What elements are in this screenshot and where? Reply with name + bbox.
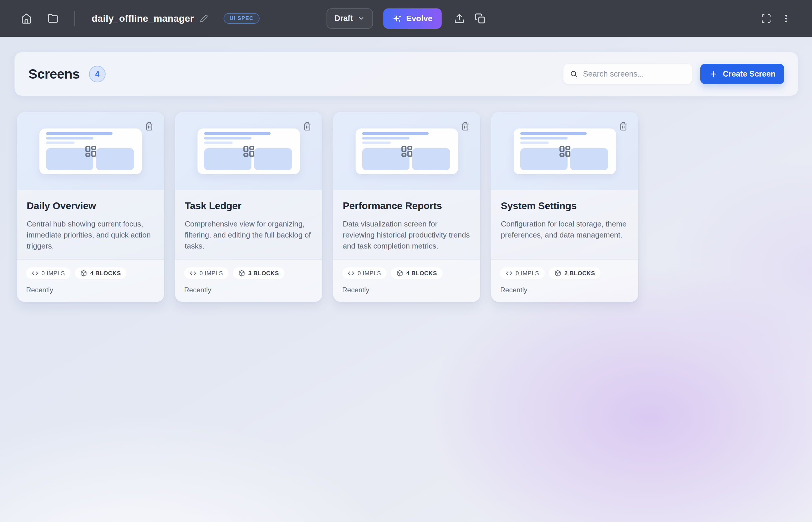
more-menu-button[interactable] — [781, 14, 791, 23]
box-icon — [238, 270, 245, 277]
plus-icon — [709, 69, 718, 78]
card-stats: 0 IMPLS 3 BLOCKS — [184, 267, 313, 279]
search-box[interactable] — [564, 64, 692, 84]
card-updated-label: Recently — [342, 286, 471, 294]
edit-title-button[interactable] — [200, 15, 208, 23]
card-description: Comprehensive view for organizing, filte… — [185, 218, 312, 252]
box-icon — [80, 270, 87, 277]
card-description: Central hub showing current focus, immed… — [27, 218, 155, 252]
blocks-badge: 4 BLOCKS — [75, 267, 126, 279]
skeleton-bar — [520, 142, 549, 144]
fullscreen-button[interactable] — [761, 13, 771, 24]
delete-screen-button[interactable] — [145, 122, 154, 131]
impls-count: 0 IMPLS — [358, 270, 381, 277]
skeleton-bar — [204, 142, 232, 144]
card-description: Data visualization screen for reviewing … — [343, 218, 471, 252]
card-body: System Settings Configuration for local … — [491, 190, 638, 260]
card-stats: 0 IMPLS 2 BLOCKS — [500, 267, 629, 279]
impls-badge: 0 IMPLS — [184, 267, 228, 279]
folder-button[interactable] — [47, 13, 59, 24]
pencil-icon — [200, 15, 208, 23]
code-icon — [348, 270, 354, 277]
card-updated-label: Recently — [184, 286, 313, 294]
box-icon — [397, 270, 403, 277]
duplicate-button[interactable] — [475, 13, 485, 24]
screens-heading-group: Screens 4 — [28, 66, 105, 82]
impls-count: 0 IMPLS — [200, 270, 223, 277]
skeleton-bar — [204, 132, 270, 135]
skeleton-bar — [362, 137, 409, 140]
screens-page: daily_offline_manager UI SPEC Draft Evol… — [0, 0, 812, 522]
card-stats: 0 IMPLS 4 BLOCKS — [26, 267, 155, 279]
screen-card-system-settings[interactable]: System Settings Configuration for local … — [491, 112, 638, 302]
topbar-center: Draft Evolve — [327, 8, 485, 29]
blocks-count: 4 BLOCKS — [406, 270, 437, 277]
screen-card-performance-reports[interactable]: Performance Reports Data visualization s… — [333, 112, 480, 302]
layout-dashboard-icon — [559, 145, 571, 158]
card-footer: 0 IMPLS 4 BLOCKS Recently — [17, 260, 164, 302]
blocks-badge: 2 BLOCKS — [549, 267, 601, 279]
code-icon — [32, 270, 38, 277]
draft-label: Draft — [334, 14, 353, 23]
card-thumbnail — [175, 112, 322, 190]
thumbnail-preview — [513, 128, 616, 174]
skeleton-block — [254, 148, 292, 170]
project-title: daily_offline_manager — [92, 13, 194, 24]
ui-spec-badge: UI SPEC — [224, 13, 260, 24]
impls-count: 0 IMPLS — [515, 270, 539, 277]
blocks-count: 3 BLOCKS — [248, 270, 279, 277]
chevron-down-icon — [358, 15, 365, 22]
delete-screen-button[interactable] — [619, 122, 628, 131]
skeleton-bar — [46, 137, 94, 140]
fullscreen-icon — [761, 13, 771, 24]
card-title: Task Ledger — [185, 200, 312, 212]
card-stats: 0 IMPLS 4 BLOCKS — [342, 267, 471, 279]
create-screen-button[interactable]: Create Screen — [701, 64, 784, 84]
card-title: System Settings — [501, 200, 629, 212]
screen-card-task-ledger[interactable]: Task Ledger Comprehensive view for organ… — [175, 112, 322, 302]
card-thumbnail — [17, 112, 164, 190]
kebab-menu-icon — [781, 14, 791, 23]
topbar-divider — [74, 11, 75, 26]
topbar-left: daily_offline_manager UI SPEC — [21, 11, 260, 26]
home-button[interactable] — [21, 13, 32, 24]
trash-icon — [145, 122, 154, 131]
blocks-badge: 4 BLOCKS — [391, 267, 443, 279]
screens-count-badge: 4 — [89, 66, 105, 82]
skeleton-block — [570, 148, 608, 170]
screen-card-daily-overview[interactable]: Daily Overview Central hub showing curre… — [17, 112, 164, 302]
evolve-label: Evolve — [406, 14, 432, 23]
thumbnail-preview — [39, 128, 142, 174]
trash-icon — [303, 122, 312, 131]
delete-screen-button[interactable] — [303, 122, 312, 131]
trash-icon — [619, 122, 628, 131]
card-updated-label: Recently — [26, 286, 155, 294]
card-updated-label: Recently — [500, 286, 629, 294]
impls-badge: 0 IMPLS — [500, 267, 545, 279]
draft-status-dropdown[interactable]: Draft — [327, 8, 373, 29]
skeleton-bar — [362, 142, 391, 144]
evolve-button[interactable]: Evolve — [383, 8, 442, 29]
skeleton-block — [412, 148, 450, 170]
sparkles-icon — [393, 14, 402, 23]
upload-icon — [454, 13, 465, 24]
blocks-count: 4 BLOCKS — [90, 270, 121, 277]
skeleton-bar — [204, 137, 251, 140]
card-title: Performance Reports — [343, 200, 471, 212]
card-body: Daily Overview Central hub showing curre… — [17, 190, 164, 260]
skeleton-bar — [46, 142, 75, 144]
create-screen-label: Create Screen — [723, 69, 775, 79]
card-body: Performance Reports Data visualization s… — [333, 190, 480, 260]
delete-screen-button[interactable] — [461, 122, 470, 131]
card-thumbnail — [491, 112, 638, 190]
code-icon — [506, 270, 512, 277]
trash-icon — [461, 122, 470, 131]
search-input[interactable] — [582, 69, 686, 79]
layout-dashboard-icon — [242, 145, 255, 158]
card-body: Task Ledger Comprehensive view for organ… — [175, 190, 322, 260]
topbar: daily_offline_manager UI SPEC Draft Evol… — [0, 0, 812, 37]
skeleton-bar — [520, 137, 568, 140]
screens-header-panel: Screens 4 Create Screen — [15, 52, 798, 96]
blocks-badge: 3 BLOCKS — [233, 267, 284, 279]
export-button[interactable] — [454, 13, 465, 24]
